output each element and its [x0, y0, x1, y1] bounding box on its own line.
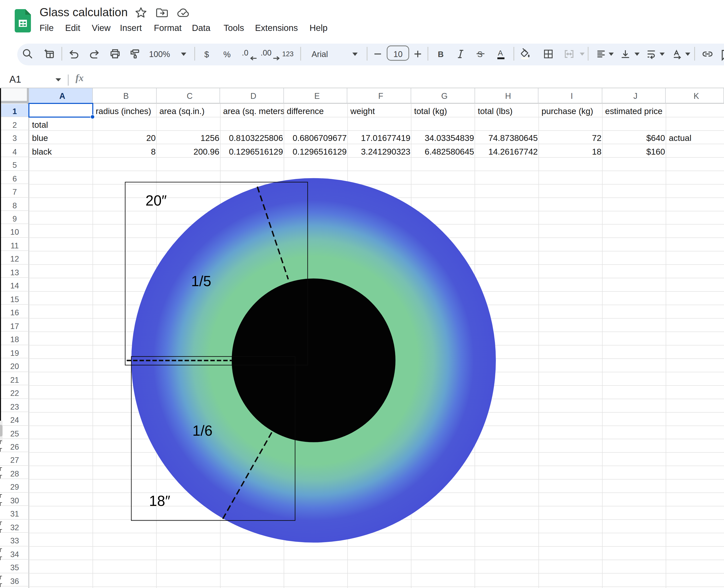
svg-text:20″: 20″ — [145, 192, 167, 209]
svg-text:18″: 18″ — [149, 493, 170, 509]
svg-text:1/5: 1/5 — [191, 273, 211, 289]
svg-text:1/6: 1/6 — [192, 422, 212, 439]
